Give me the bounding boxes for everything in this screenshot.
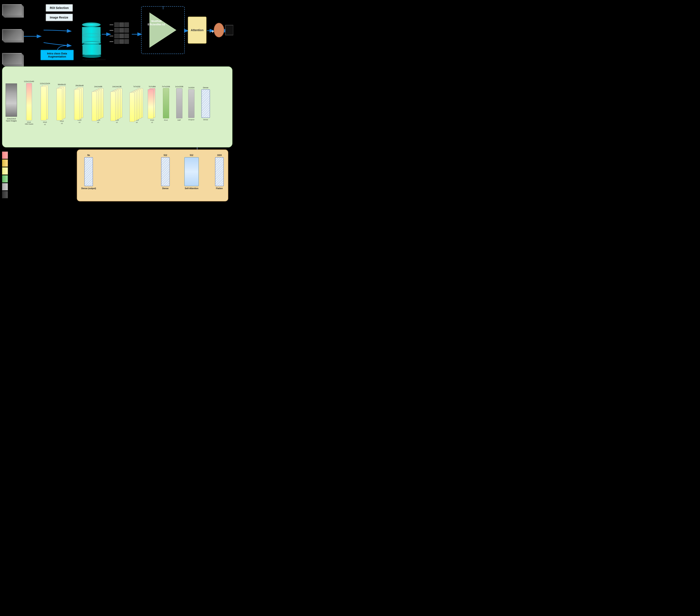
- efficientnet-label: Modified EfficientNet b3: [147, 20, 166, 26]
- feature-maps: [110, 22, 129, 44]
- layer-10: 1x1x1536 GAP: [175, 86, 183, 121]
- color-strip-green: [2, 175, 8, 183]
- layer-5: 14x14x96 K3x3 x5: [92, 86, 104, 123]
- flatten-layer: 1024 Flatten: [215, 154, 224, 189]
- architecture-diagram: 224x224x3 Input Images 112x112x40 K3x3+B…: [2, 66, 233, 147]
- preprocessing-boxes: ROI Selection Image Resize: [46, 4, 73, 21]
- arch-input: 224x224x3 Input Images: [5, 84, 17, 122]
- intra-class-box: Intra class Data Augmentation: [40, 50, 74, 60]
- layer-7: 7x7x232 K5x5 x6: [129, 86, 144, 123]
- color-strip-yellow: [2, 159, 8, 167]
- color-strip-dark: [2, 191, 8, 198]
- attention-module-box: 1024 Flatten 512 Self-Attention 512 Dens…: [77, 149, 228, 201]
- input-images-mid: [2, 29, 24, 42]
- layer-3: 56x56x32 K3x3 x3: [57, 84, 67, 124]
- dense-mid-layer: 512 Dense: [161, 154, 170, 189]
- layer-4: 28x28x48 K5x5 x3: [74, 85, 85, 123]
- output-box: [225, 25, 233, 35]
- color-strip-red: [2, 151, 8, 159]
- layer-11: 1x1024 Dropout: [188, 87, 195, 121]
- image-resize-box: Image Resize: [46, 14, 73, 21]
- input-label: Input Images: [6, 120, 16, 122]
- layer-6: 14x14x136 K5x5 x5: [110, 86, 123, 123]
- input-images-top: [2, 4, 22, 15]
- attention-box: Attention: [188, 16, 207, 44]
- dense-output-layer: Ns Dense (output): [82, 154, 96, 189]
- input-dim-label: 224x224x3: [7, 118, 16, 120]
- layer-2: 112x112x24 K3x3 x2: [40, 83, 50, 125]
- layer-9: 7x7x1536 K1x1: [162, 86, 170, 121]
- efficientnet-box: [141, 6, 185, 54]
- input-images-bot: [2, 53, 24, 66]
- augmented-database-cylinder: Augmented Database: [83, 41, 105, 61]
- output-capsule: [214, 23, 224, 37]
- roi-selection-box: ROI Selection: [46, 4, 73, 12]
- efficientnet-triangle: [149, 12, 176, 48]
- color-strip: [2, 151, 8, 198]
- self-attention-layer: 512 Self-Attention: [184, 154, 199, 189]
- layer-8: 7x7x384 K3x3 x2: [148, 86, 157, 123]
- layer-1: 112x112x40 K3x3+BN+Swish: [24, 81, 34, 125]
- layer-12: Dense Dense: [201, 87, 210, 121]
- color-strip-lightyellow: [2, 167, 8, 175]
- color-strip-gray: [2, 183, 8, 190]
